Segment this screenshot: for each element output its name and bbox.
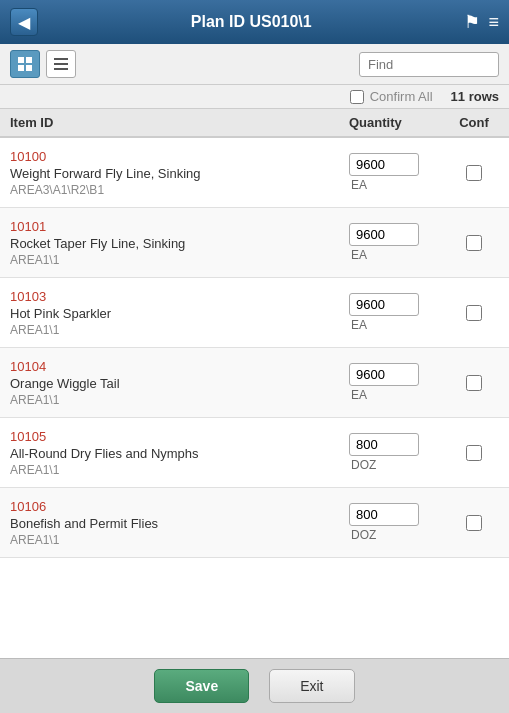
item-info: 10104 Orange Wiggle Tail AREA1\1 [10, 359, 349, 407]
item-info: 10105 All-Round Dry Flies and Nymphs ARE… [10, 429, 349, 477]
save-button[interactable]: Save [154, 669, 249, 703]
flag-icon[interactable]: ⚑ [464, 11, 480, 33]
item-conf-container [449, 235, 499, 251]
item-quantity-container: EA [349, 223, 449, 262]
quantity-input[interactable] [349, 293, 419, 316]
item-conf-container [449, 375, 499, 391]
quantity-input[interactable] [349, 363, 419, 386]
item-id: 10104 [10, 359, 349, 374]
quantity-input[interactable] [349, 433, 419, 456]
item-quantity-container: EA [349, 153, 449, 192]
item-area: AREA1\1 [10, 253, 349, 267]
grid-view-button[interactable] [10, 50, 40, 78]
item-area: AREA1\1 [10, 463, 349, 477]
item-quantity-container: DOZ [349, 503, 449, 542]
svg-rect-4 [54, 58, 68, 60]
item-name: Weight Forward Fly Line, Sinking [10, 166, 349, 181]
back-button[interactable]: ◀ [10, 8, 38, 36]
item-name: Rocket Taper Fly Line, Sinking [10, 236, 349, 251]
confirm-checkbox[interactable] [466, 165, 482, 181]
quantity-unit: EA [349, 178, 367, 192]
item-area: AREA1\1 [10, 393, 349, 407]
quantity-input[interactable] [349, 503, 419, 526]
item-name: Bonefish and Permit Flies [10, 516, 349, 531]
item-area: AREA3\A1\R2\B1 [10, 183, 349, 197]
svg-rect-3 [26, 65, 32, 71]
item-info: 10101 Rocket Taper Fly Line, Sinking ARE… [10, 219, 349, 267]
header-icons: ⚑ ≡ [464, 11, 499, 33]
quantity-unit: DOZ [349, 458, 376, 472]
find-input[interactable] [359, 52, 499, 77]
item-id: 10105 [10, 429, 349, 444]
item-info: 10103 Hot Pink Sparkler AREA1\1 [10, 289, 349, 337]
item-quantity-container: EA [349, 363, 449, 402]
exit-button[interactable]: Exit [269, 669, 354, 703]
item-conf-container [449, 515, 499, 531]
table-row: 10105 All-Round Dry Flies and Nymphs ARE… [0, 418, 509, 488]
item-conf-container [449, 165, 499, 181]
item-quantity-container: EA [349, 293, 449, 332]
item-info: 10100 Weight Forward Fly Line, Sinking A… [10, 149, 349, 197]
quantity-input[interactable] [349, 223, 419, 246]
table-header: Item ID Quantity Conf [0, 109, 509, 138]
item-area: AREA1\1 [10, 533, 349, 547]
item-id: 10101 [10, 219, 349, 234]
footer: Save Exit [0, 658, 509, 713]
table-row: 10100 Weight Forward Fly Line, Sinking A… [0, 138, 509, 208]
svg-rect-2 [18, 65, 24, 71]
table-row: 10103 Hot Pink Sparkler AREA1\1 EA [0, 278, 509, 348]
confirm-all-row: Confirm All 11 rows [0, 85, 509, 109]
page-title: Plan ID US010\1 [38, 13, 464, 31]
item-name: All-Round Dry Flies and Nymphs [10, 446, 349, 461]
col-header-item-id: Item ID [10, 115, 349, 130]
svg-rect-1 [26, 57, 32, 63]
confirm-checkbox[interactable] [466, 375, 482, 391]
table-row: 10104 Orange Wiggle Tail AREA1\1 EA [0, 348, 509, 418]
item-area: AREA1\1 [10, 323, 349, 337]
col-header-quantity: Quantity [349, 115, 449, 130]
item-id: 10100 [10, 149, 349, 164]
item-id: 10103 [10, 289, 349, 304]
col-header-conf: Conf [449, 115, 499, 130]
table-row: 10106 Bonefish and Permit Flies AREA1\1 … [0, 488, 509, 558]
quantity-input[interactable] [349, 153, 419, 176]
toolbar [0, 44, 509, 85]
confirm-all-label: Confirm All [370, 89, 433, 104]
svg-rect-6 [54, 68, 68, 70]
svg-rect-5 [54, 63, 68, 65]
menu-icon[interactable]: ≡ [488, 12, 499, 33]
quantity-unit: EA [349, 318, 367, 332]
table-row: 10101 Rocket Taper Fly Line, Sinking ARE… [0, 208, 509, 278]
quantity-unit: EA [349, 388, 367, 402]
item-name: Orange Wiggle Tail [10, 376, 349, 391]
confirm-all-checkbox[interactable] [350, 90, 364, 104]
confirm-checkbox[interactable] [466, 445, 482, 461]
item-conf-container [449, 445, 499, 461]
item-name: Hot Pink Sparkler [10, 306, 349, 321]
item-info: 10106 Bonefish and Permit Flies AREA1\1 [10, 499, 349, 547]
svg-rect-0 [18, 57, 24, 63]
row-count: 11 rows [451, 89, 499, 104]
list-view-button[interactable] [46, 50, 76, 78]
quantity-unit: EA [349, 248, 367, 262]
item-id: 10106 [10, 499, 349, 514]
confirm-checkbox[interactable] [466, 235, 482, 251]
quantity-unit: DOZ [349, 528, 376, 542]
item-conf-container [449, 305, 499, 321]
confirm-checkbox[interactable] [466, 515, 482, 531]
item-list: 10100 Weight Forward Fly Line, Sinking A… [0, 138, 509, 658]
confirm-checkbox[interactable] [466, 305, 482, 321]
header: ◀ Plan ID US010\1 ⚑ ≡ [0, 0, 509, 44]
item-quantity-container: DOZ [349, 433, 449, 472]
